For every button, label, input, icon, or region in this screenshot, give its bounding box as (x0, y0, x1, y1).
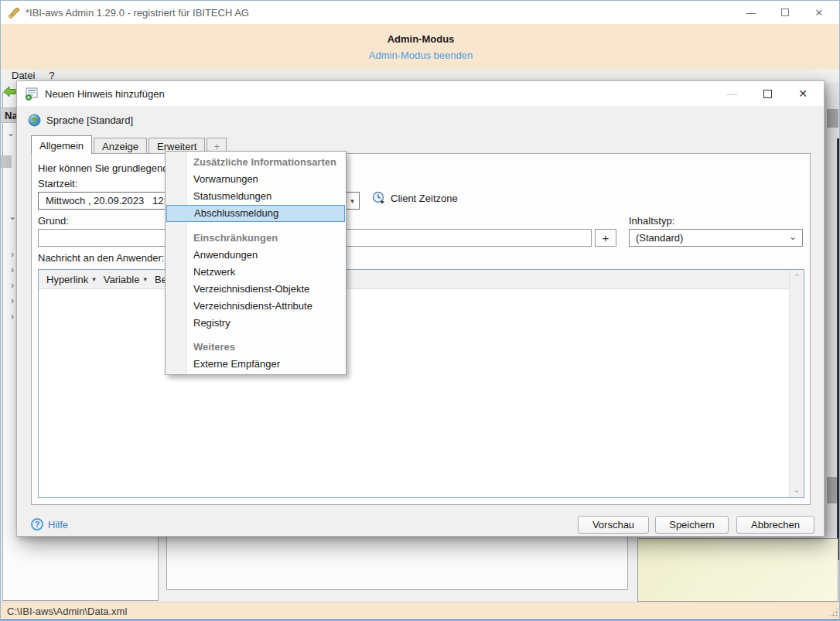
resize-grip[interactable] (828, 607, 838, 617)
intro-text: Hier können Sie grundlegende Ei (38, 162, 186, 174)
abbrechen-button[interactable]: Abbrechen (736, 516, 814, 534)
inhaltstyp-value: (Standard) (636, 232, 683, 244)
tree-collapse-icon[interactable]: ⌄ (9, 211, 16, 222)
tabpage-allgemein: Hier können Sie grundlegende Ei Startzei… (31, 153, 811, 505)
menu-item-vorwarnungen[interactable]: Vorwarnungen (166, 171, 346, 188)
app-icon (8, 6, 21, 19)
menu-separator (166, 222, 346, 230)
tree-collapse-icon[interactable]: ⌄ (7, 128, 15, 138)
editor-toolbar: Hyperlink ▾ Variable ▾ Be (39, 270, 789, 289)
maximize-icon (763, 90, 772, 98)
menu-item-registry[interactable]: Registry (166, 315, 346, 332)
menu-item-netzwerk[interactable]: Netzwerk (166, 264, 346, 281)
dialog-maximize-button[interactable] (750, 81, 785, 106)
add-notice-dialog: Neuen Hinweis hinzufügen — ✕ Sprache [St… (16, 80, 825, 537)
menu-item-externe-empfaenger[interactable]: Externe Empfänger (166, 356, 346, 373)
vorschau-button[interactable]: Vorschau (578, 516, 649, 534)
help-icon: ? (31, 518, 43, 531)
center-panel (166, 533, 628, 590)
back-arrow-icon[interactable] (3, 85, 16, 98)
right-scrollbar-thumb[interactable] (827, 109, 838, 128)
admin-mode-title: Admin-Modus (1, 24, 840, 45)
hyperlink-dropdown[interactable]: Hyperlink ▾ (46, 274, 96, 285)
admin-mode-exit-link[interactable]: Admin-Modus beenden (1, 49, 840, 61)
status-file-path: C:\IBI-aws\Admin\Data.xml (7, 606, 127, 617)
tree-expand-icon[interactable]: › (11, 311, 14, 322)
variable-dropdown[interactable]: Variable ▾ (104, 274, 147, 285)
tree-expand-icon[interactable]: › (11, 249, 14, 260)
dialog-close-button[interactable]: ✕ (785, 81, 821, 106)
variable-label: Variable (104, 274, 140, 285)
nachricht-label: Nachricht an den Anwender: (38, 252, 164, 264)
dialog-minimize-button: — (714, 81, 750, 106)
menu-header-informationsarten: Zusätzliche Informationsarten (166, 154, 346, 171)
information-type-menu: Zusätzliche Informationsarten Vorwarnung… (165, 151, 347, 375)
hyperlink-label: Hyperlink (46, 274, 88, 285)
inhaltstyp-select[interactable]: (Standard) ⌄ (629, 229, 803, 247)
tree-expand-icon[interactable]: › (11, 280, 14, 291)
tab-anzeige[interactable]: Anzeige (94, 138, 147, 154)
menu-header-einschraenkungen: Einschränkungen (166, 230, 346, 247)
globe-icon (28, 114, 41, 127)
menu-item-anwendungen[interactable]: Anwendungen (166, 247, 346, 264)
tree-selected-row[interactable] (1, 155, 12, 168)
language-selector[interactable]: Sprache [Standard] (28, 114, 133, 127)
background-window-edge (837, 138, 840, 560)
client-zeitzone-control[interactable]: Client Zeitzone (372, 191, 458, 205)
menu-separator (166, 332, 346, 339)
grund-add-button[interactable]: + (595, 229, 616, 247)
preview-pane (637, 538, 838, 602)
datepicker-dropdown-icon[interactable]: ▾ (345, 193, 359, 209)
dialog-titlebar: Neuen Hinweis hinzufügen — ✕ (17, 81, 824, 106)
menu-item-statusmeldungen[interactable]: Statusmeldungen (166, 188, 346, 205)
scroll-up-icon[interactable]: ⌃ (790, 272, 804, 283)
tree-expand-icon[interactable]: › (11, 295, 14, 306)
screen: *IBI-aws Admin 1.29.0 - registriert für … (0, 0, 840, 621)
close-button[interactable]: ✕ (802, 1, 836, 24)
hilfe-link[interactable]: ? Hilfe (31, 518, 68, 531)
message-textarea[interactable] (39, 290, 789, 497)
startzeit-value: Mittwoch , 20.09.2023 12:54 (46, 195, 178, 206)
maximize-button[interactable] (768, 1, 802, 24)
statusbar: C:\IBI-aws\Admin\Data.xml (1, 602, 840, 619)
grund-label: Grund: (38, 215, 69, 227)
main-titlebar: *IBI-aws Admin 1.29.0 - registriert für … (1, 1, 840, 24)
menu-header-weiteres: Weiteres (166, 339, 346, 356)
startzeit-label: Startzeit: (38, 178, 77, 189)
tree-column-header[interactable]: Na (1, 107, 17, 123)
add-notice-icon (25, 87, 39, 101)
tab-allgemein[interactable]: Allgemein (31, 135, 92, 154)
window-title: *IBI-aws Admin 1.29.0 - registriert für … (26, 7, 249, 19)
minimize-button[interactable]: — (734, 1, 768, 24)
dropdown-caret-icon: ▾ (143, 275, 147, 283)
editor-scrollbar[interactable]: ⌃ ⌄ (789, 270, 804, 497)
hilfe-label: Hilfe (48, 519, 68, 531)
speichern-button[interactable]: Speichern (655, 516, 729, 534)
scroll-down-icon[interactable]: ⌄ (790, 484, 804, 495)
client-zeitzone-label: Client Zeitzone (391, 193, 458, 204)
tree-expand-icon[interactable]: › (11, 264, 14, 275)
dialog-title: Neuen Hinweis hinzufügen (45, 88, 165, 100)
menu-item-verzeichnisdienst-objekte[interactable]: Verzeichnisdienst-Objekte (166, 281, 346, 298)
admin-banner: Admin-Modus Admin-Modus beenden (1, 24, 840, 69)
menu-item-verzeichnisdienst-attribute[interactable]: Verzeichnisdienst-Attribute (166, 298, 346, 315)
dropdown-caret-icon: ▾ (92, 275, 96, 283)
dialog-footer: ? Hilfe Vorschau Speichern Abbrechen (17, 505, 824, 537)
message-editor: Hyperlink ▾ Variable ▾ Be ⌃ ⌄ (38, 269, 804, 498)
clock-icon (372, 191, 386, 205)
menu-item-abschlussmeldung[interactable]: Abschlussmeldung (166, 205, 345, 222)
inhaltstyp-label: Inhaltstyp: (629, 215, 674, 227)
language-label: Sprache [Standard] (46, 114, 133, 126)
chevron-down-icon: ⌄ (789, 231, 797, 242)
maximize-icon (781, 9, 789, 16)
